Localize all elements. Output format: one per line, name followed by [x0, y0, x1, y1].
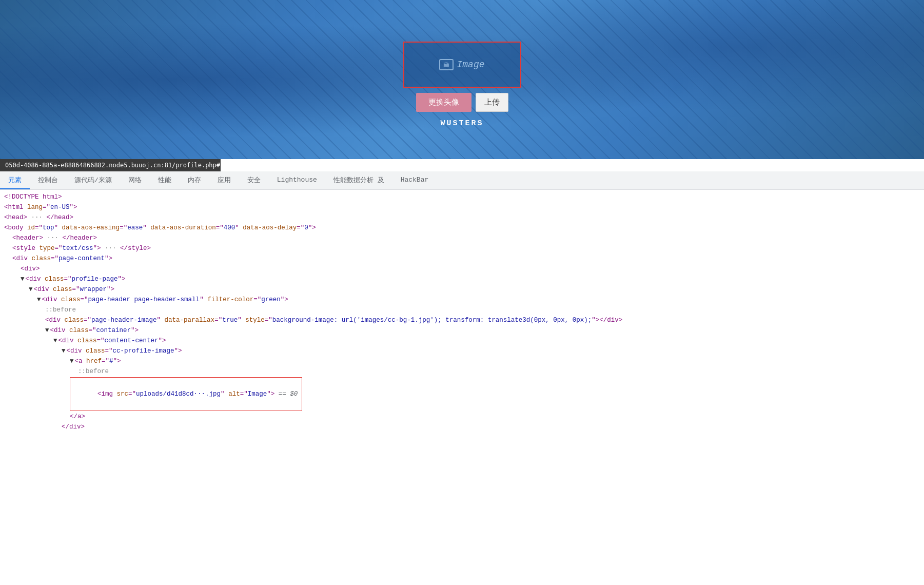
- website-preview: Image 更换头像 上传 WUSTERS: [0, 0, 924, 159]
- username-display: WUSTERS: [440, 119, 483, 128]
- html-line[interactable]: <style type="text/css"> ··· </style>: [0, 243, 924, 254]
- tag-doctype: <!DOCTYPE html>: [4, 192, 62, 202]
- html-line[interactable]: ▼<div class="wrapper">: [0, 284, 924, 295]
- image-label-text: Image: [457, 60, 484, 70]
- html-line[interactable]: ▼<div class="container">: [0, 325, 924, 336]
- html-line[interactable]: <head> ··· </head>: [0, 212, 924, 223]
- tab-security[interactable]: 安全: [239, 171, 269, 189]
- html-line[interactable]: <body id="top" data-aos-easing="ease" da…: [0, 223, 924, 233]
- url-bar: 050d-4086-885a-e88864866882.node5.buuoj.…: [0, 159, 221, 171]
- upload-button[interactable]: 上传: [476, 93, 508, 112]
- change-avatar-button[interactable]: 更换头像: [416, 93, 471, 112]
- html-line[interactable]: </a>: [0, 412, 924, 422]
- tab-lighthouse[interactable]: Lighthouse: [269, 171, 325, 189]
- html-line[interactable]: <div class="page-header-image" data-para…: [0, 315, 924, 325]
- html-line[interactable]: ▼<div class="content-center">: [0, 336, 924, 346]
- html-line[interactable]: ▼<div class="cc-profile-image">: [0, 346, 924, 356]
- tab-console[interactable]: 控制台: [30, 171, 66, 189]
- devtools-content: <!DOCTYPE html> <html lang="en-US"> <hea…: [0, 190, 924, 472]
- img-element-box[interactable]: <img src="uploads/d41d8cd···.jpg" alt="I…: [70, 377, 302, 411]
- html-line[interactable]: <div>: [0, 264, 924, 274]
- profile-image-box: Image: [403, 42, 521, 88]
- devtools-tabs: 元素 控制台 源代码/来源 网络 性能 内存 应用 安全 Lighthouse …: [0, 171, 924, 190]
- selected-img-line[interactable]: <img src="uploads/d41d8cd···.jpg" alt="I…: [0, 377, 924, 412]
- html-line[interactable]: <html lang="en-US">: [0, 202, 924, 212]
- html-line[interactable]: ::before: [0, 305, 924, 315]
- profile-image-container: Image: [403, 42, 521, 88]
- html-line[interactable]: </div>: [0, 422, 924, 432]
- tab-application[interactable]: 应用: [209, 171, 239, 189]
- tab-sources[interactable]: 源代码/来源: [66, 171, 120, 189]
- tab-performance-insights[interactable]: 性能数据分析 及: [325, 171, 392, 189]
- profile-image-content: Image: [439, 59, 484, 70]
- tab-elements[interactable]: 元素: [0, 171, 30, 189]
- html-line[interactable]: ▼<div class="profile-page">: [0, 274, 924, 284]
- image-icon: [439, 59, 454, 70]
- tab-performance[interactable]: 性能: [150, 171, 180, 189]
- url-text: 050d-4086-885a-e88864866882.node5.buuoj.…: [5, 162, 220, 169]
- html-line[interactable]: ▼<a href="#">: [0, 356, 924, 366]
- html-line[interactable]: ▼<div class="page-header page-header-sma…: [0, 295, 924, 305]
- tab-network[interactable]: 网络: [120, 171, 150, 189]
- profile-buttons: 更换头像 上传: [416, 93, 508, 112]
- html-line[interactable]: <div class="page-content">: [0, 254, 924, 264]
- html-line[interactable]: ::before: [0, 366, 924, 377]
- html-line[interactable]: <header> ··· </header>: [0, 233, 924, 243]
- html-line[interactable]: <!DOCTYPE html>: [0, 192, 924, 202]
- tab-memory[interactable]: 内存: [180, 171, 209, 189]
- tab-hackbar[interactable]: HackBar: [392, 171, 437, 189]
